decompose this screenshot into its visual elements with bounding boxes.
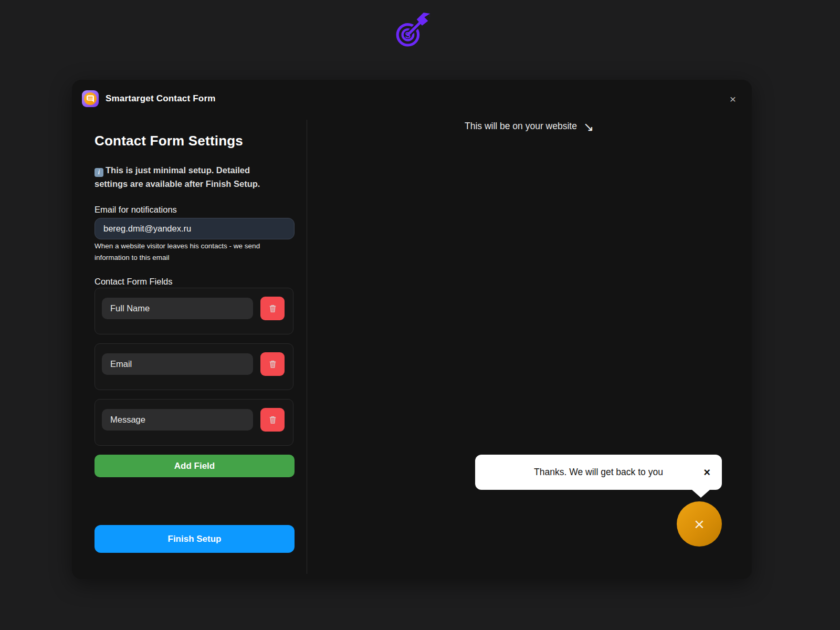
delete-field-button[interactable] bbox=[260, 297, 285, 320]
field-name-input[interactable] bbox=[102, 353, 253, 375]
contact-form-setup-modal: Smartarget Contact Form × Contact Form S… bbox=[72, 80, 752, 579]
field-name-input[interactable] bbox=[102, 298, 253, 319]
preview-hint-text: This will be on your website bbox=[465, 121, 577, 131]
trash-icon bbox=[267, 359, 278, 370]
add-field-button[interactable]: Add Field bbox=[94, 455, 295, 477]
trash-icon bbox=[267, 303, 278, 314]
thanks-toast: Thanks. We will get back to you × bbox=[475, 455, 722, 490]
form-field-row bbox=[94, 343, 293, 390]
widget-close-icon: × bbox=[694, 515, 705, 533]
toast-close-icon[interactable]: × bbox=[704, 467, 710, 478]
email-help-text: When a website visitor leaves his contac… bbox=[94, 240, 295, 264]
chat-bubble-app-icon bbox=[81, 90, 99, 108]
contact-form-fields-label: Contact Form Fields bbox=[94, 277, 173, 287]
preview-hint: This will be on your website↘ bbox=[307, 120, 752, 134]
info-icon: i bbox=[94, 168, 103, 177]
smartarget-logo: S bbox=[391, 12, 430, 50]
notification-email-input[interactable] bbox=[94, 218, 295, 239]
target-arrow-icon: S bbox=[391, 12, 430, 50]
trash-icon bbox=[267, 414, 278, 425]
toast-message: Thanks. We will get back to you bbox=[534, 467, 663, 478]
delete-field-button[interactable] bbox=[260, 352, 285, 376]
setup-info-note: iThis is just minimal setup. Detailed se… bbox=[94, 163, 284, 191]
arrow-down-right-icon: ↘ bbox=[583, 120, 594, 134]
settings-panel: Contact Form Settings iThis is just mini… bbox=[72, 118, 307, 579]
email-notifications-label: Email for notifications bbox=[94, 205, 177, 215]
panel-divider bbox=[307, 120, 307, 574]
modal-header: Smartarget Contact Form × bbox=[72, 80, 752, 118]
delete-field-button[interactable] bbox=[260, 408, 285, 432]
form-field-row bbox=[94, 288, 293, 334]
settings-heading: Contact Form Settings bbox=[94, 133, 243, 149]
form-field-row bbox=[94, 399, 293, 446]
toast-tail bbox=[692, 490, 710, 498]
modal-title: Smartarget Contact Form bbox=[106, 93, 216, 104]
contact-widget-button[interactable]: × bbox=[677, 501, 722, 547]
field-name-input[interactable] bbox=[102, 409, 253, 430]
finish-setup-button[interactable]: Finish Setup bbox=[94, 525, 295, 553]
svg-text:S: S bbox=[405, 30, 411, 40]
modal-close-icon[interactable]: × bbox=[724, 90, 741, 107]
